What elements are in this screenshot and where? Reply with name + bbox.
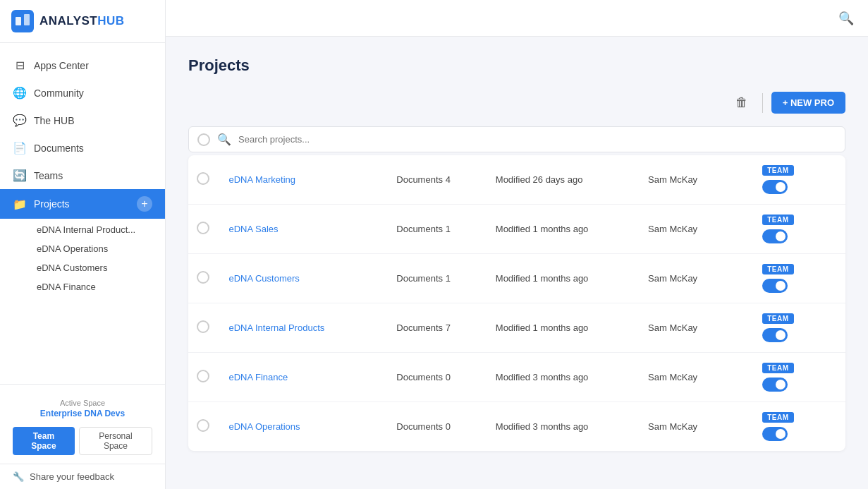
row-name-cell: eDNA Marketing [220, 155, 388, 205]
apps-center-icon: ⊟ [13, 59, 27, 72]
space-buttons: Team Space Personal Space [0, 427, 165, 464]
svg-rect-2 [24, 14, 30, 25]
team-badge-4: TEAM [762, 363, 793, 373]
row-checkbox-cell [188, 353, 220, 402]
active-space-label: Active Space [13, 399, 152, 407]
project-name-link-2[interactable]: eDNA Customers [228, 273, 299, 284]
active-space-name: Enterprise DNA Devs [13, 409, 152, 418]
row-checkbox-cell [188, 402, 220, 452]
badge-toggle-2: TEAM [762, 264, 837, 293]
row-checkbox-cell [188, 303, 220, 353]
row-docs-cell: Documents 0 [388, 402, 487, 452]
project-checkbox-5[interactable] [197, 419, 209, 432]
sidebar-item-community[interactable]: 🌐 Community [0, 79, 165, 107]
row-team-cell: TEAM [754, 353, 845, 402]
badge-toggle-3: TEAM [762, 313, 837, 342]
sidebar-item-the-hub[interactable]: 💬 The HUB [0, 107, 165, 134]
toggle-switch-1[interactable] [762, 229, 788, 243]
content-area: Projects 🗑 + NEW PRO 🔍 eDNA Marketing Do… [166, 37, 868, 489]
search-select-all-checkbox[interactable] [197, 133, 210, 146]
row-name-cell: eDNA Operations [220, 402, 388, 452]
project-checkbox-3[interactable] [197, 320, 209, 333]
row-user-cell: Sam McKay [640, 205, 754, 254]
toggle-switch-5[interactable] [762, 427, 788, 441]
sub-project-3[interactable]: eDNA Finance [30, 277, 165, 296]
row-name-cell: eDNA Sales [220, 205, 388, 254]
toggle-switch-0[interactable] [762, 180, 788, 194]
add-project-button[interactable]: + [137, 196, 152, 212]
teams-label: Teams [34, 170, 63, 181]
projects-sub-nav: eDNA Internal Product... eDNA Operations… [0, 219, 165, 298]
row-user-cell: Sam McKay [640, 402, 754, 452]
row-user-cell: Sam McKay [640, 353, 754, 402]
row-checkbox-cell [188, 254, 220, 303]
project-checkbox-1[interactable] [197, 222, 209, 234]
row-name-cell: eDNA Finance [220, 353, 388, 402]
team-badge-5: TEAM [762, 412, 793, 423]
table-row: eDNA Finance Documents 0 Modified 3 mont… [188, 353, 845, 402]
row-docs-cell: Documents 4 [388, 155, 487, 205]
page-title: Projects [188, 56, 845, 75]
row-team-cell: TEAM [754, 205, 845, 254]
delete-button[interactable]: 🗑 [730, 92, 754, 113]
teams-icon: 🔄 [13, 169, 27, 182]
sub-project-1[interactable]: eDNA Operations [30, 239, 165, 258]
sidebar-item-apps-center[interactable]: ⊟ Apps Center [0, 52, 165, 79]
row-checkbox-cell [188, 205, 220, 254]
feedback-label: Share your feedback [30, 471, 114, 482]
svg-rect-0 [11, 10, 34, 32]
project-name-link-5[interactable]: eDNA Operations [228, 421, 300, 432]
table-row: eDNA Marketing Documents 4 Modified 26 d… [188, 155, 845, 205]
badge-toggle-1: TEAM [762, 215, 837, 243]
badge-toggle-4: TEAM [762, 363, 837, 392]
logo-icon [11, 10, 34, 32]
project-checkbox-0[interactable] [197, 172, 209, 185]
sidebar-bottom: Active Space Enterprise DNA Devs Team Sp… [0, 384, 165, 489]
team-space-button[interactable]: Team Space [13, 427, 75, 455]
sidebar-item-teams[interactable]: 🔄 Teams [0, 162, 165, 189]
row-modified-cell: Modified 3 months ago [487, 353, 640, 402]
row-user-cell: Sam McKay [640, 303, 754, 353]
search-input[interactable] [238, 134, 836, 145]
feedback-item[interactable]: 🔧 Share your feedback [0, 464, 165, 489]
row-modified-cell: Modified 1 months ago [487, 254, 640, 303]
search-icon: 🔍 [217, 133, 231, 146]
topbar-search-icon[interactable]: 🔍 [838, 11, 854, 26]
hub-icon: 💬 [13, 114, 27, 127]
row-team-cell: TEAM [754, 303, 845, 353]
sidebar-item-documents[interactable]: 📄 Documents [0, 134, 165, 162]
table-row: eDNA Customers Documents 1 Modified 1 mo… [188, 254, 845, 303]
project-name-link-0[interactable]: eDNA Marketing [228, 174, 295, 185]
row-team-cell: TEAM [754, 402, 845, 452]
project-name-link-1[interactable]: eDNA Sales [228, 224, 278, 234]
sub-project-2[interactable]: eDNA Customers [30, 258, 165, 277]
community-icon: 🌐 [13, 86, 27, 99]
new-project-button[interactable]: + NEW PRO [771, 92, 845, 114]
badge-toggle-5: TEAM [762, 412, 837, 441]
team-badge-2: TEAM [762, 264, 793, 274]
project-checkbox-4[interactable] [197, 370, 209, 382]
row-user-cell: Sam McKay [640, 254, 754, 303]
documents-icon: 📄 [13, 141, 27, 155]
project-name-link-4[interactable]: eDNA Finance [228, 372, 288, 382]
row-modified-cell: Modified 3 months ago [487, 402, 640, 452]
row-name-cell: eDNA Internal Products [220, 303, 388, 353]
logo: ANALYSTHUB [0, 0, 165, 43]
sidebar-nav: ⊟ Apps Center 🌐 Community 💬 The HUB 📄 Do… [0, 43, 165, 384]
row-name-cell: eDNA Customers [220, 254, 388, 303]
toggle-switch-4[interactable] [762, 378, 788, 392]
row-modified-cell: Modified 1 months ago [487, 303, 640, 353]
project-name-link-3[interactable]: eDNA Internal Products [228, 322, 324, 333]
row-modified-cell: Modified 1 months ago [487, 205, 640, 254]
row-user-cell: Sam McKay [640, 155, 754, 205]
row-team-cell: TEAM [754, 254, 845, 303]
project-checkbox-2[interactable] [197, 271, 209, 284]
sidebar-item-projects[interactable]: 📁 Projects + [0, 189, 165, 219]
toggle-switch-3[interactable] [762, 328, 788, 342]
personal-space-button[interactable]: Personal Space [79, 427, 152, 455]
svg-rect-1 [16, 17, 21, 25]
brand-name: ANALYSTHUB [39, 14, 125, 28]
toggle-switch-2[interactable] [762, 279, 788, 293]
active-space: Active Space Enterprise DNA Devs [0, 393, 165, 427]
sub-project-0[interactable]: eDNA Internal Product... [30, 220, 165, 239]
